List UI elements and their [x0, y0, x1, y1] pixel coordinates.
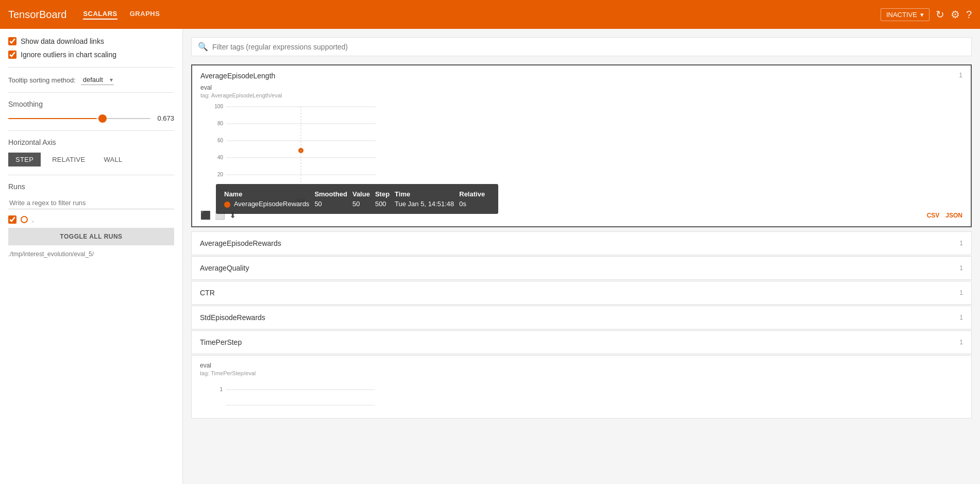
divider-1: [8, 67, 174, 68]
chart-eval-label-1: eval: [200, 84, 962, 91]
tooltip-row-relative: 0s: [459, 199, 490, 209]
svg-text:1: 1: [219, 387, 223, 392]
csv-link[interactable]: CSV: [927, 212, 940, 219]
refresh-icon[interactable]: ↻: [936, 8, 944, 21]
tooltip-header-smoothed: Smoothed: [314, 189, 352, 199]
chart-count-1: 1: [959, 72, 962, 79]
filter-tags-input[interactable]: [212, 43, 965, 51]
filter-bar: 🔍: [191, 37, 972, 56]
tooltip-sort-select[interactable]: default: [81, 75, 114, 85]
dropdown-arrow-icon: ▾: [920, 11, 924, 19]
section-title-time-per-step: TimePerStep: [200, 338, 242, 346]
filter-search-icon: 🔍: [198, 42, 208, 52]
ignore-outliers-checkbox-row[interactable]: Ignore outliers in chart scaling: [8, 51, 174, 59]
options-section: Show data download links Ignore outliers…: [8, 37, 174, 59]
svg-text:60: 60: [217, 138, 224, 143]
chart-tag-1: tag: AverageEpisodeLength/eval: [200, 92, 962, 98]
axis-wall-button[interactable]: WALL: [96, 153, 129, 166]
tooltip-popup: Name Smoothed Value Step Time Relative: [216, 184, 498, 214]
tooltip-header-name: Name: [224, 189, 314, 199]
section-title-avg-ep-rewards: AverageEpisodeRewards: [200, 239, 281, 247]
chart-bottom-tag: tag: TimePerStep/eval: [200, 370, 963, 376]
axis-label: Horizontal Axis: [8, 138, 174, 146]
tooltip-dot-icon: [224, 202, 230, 208]
section-row-std-episode-rewards[interactable]: StdEpisodeRewards 1: [191, 306, 972, 329]
json-link[interactable]: JSON: [945, 212, 962, 219]
tooltip-header-relative: Relative: [459, 189, 490, 199]
tooltip-header-value: Value: [352, 189, 375, 199]
tooltip-row-step: 500: [375, 199, 395, 209]
toggle-all-runs-button[interactable]: TOGGLE ALL RUNS: [8, 228, 174, 245]
chart-section-average-episode-length: 1 AverageEpisodeLength eval tag: Average…: [191, 64, 972, 227]
chart-title-1: AverageEpisodeLength: [200, 72, 275, 80]
tooltip-row-smoothed: 50: [314, 199, 352, 209]
show-download-checkbox[interactable]: [8, 37, 16, 45]
section-row-average-quality[interactable]: AverageQuality 1: [191, 256, 972, 280]
runs-label: Runs: [8, 182, 174, 191]
runs-filter-input[interactable]: [8, 197, 174, 209]
section-title-avg-quality: AverageQuality: [200, 264, 249, 272]
chart-bottom-svg: 1: [200, 379, 380, 410]
topnav-right: INACTIVE ▾ ↻ ⚙ ?: [881, 8, 972, 21]
zoom-in-icon[interactable]: ⬛: [200, 210, 211, 220]
nav-links: SCALARS GRAPHS: [83, 10, 881, 20]
section-row-ctr[interactable]: CTR 1: [191, 281, 972, 305]
chart-svg-container-1: 100 80 60 40 20 0 500: [200, 102, 381, 206]
run-path: ./tmp/interest_evolution/eval_5/: [8, 251, 174, 258]
section-row-average-episode-rewards[interactable]: AverageEpisodeRewards 1: [191, 231, 972, 255]
divider-3: [8, 130, 174, 131]
status-label: INACTIVE: [886, 11, 917, 19]
section-count-std-ep-rewards: 1: [959, 314, 963, 321]
sidebar: Show data download links Ignore outliers…: [0, 29, 183, 484]
show-download-label: Show data download links: [21, 37, 104, 45]
chart-title-row: 1 AverageEpisodeLength: [200, 72, 962, 80]
run-row: .: [8, 215, 174, 224]
tooltip-sort-select-wrap[interactable]: default ▾: [81, 75, 114, 85]
smoothing-row: 0.673: [8, 114, 174, 122]
run-dot-label: .: [32, 216, 34, 224]
ignore-outliers-checkbox[interactable]: [8, 51, 16, 59]
status-dropdown[interactable]: INACTIVE ▾: [881, 8, 930, 21]
tooltip-data-row: AverageEpisodeRewards 50 50 500 Tue Jan …: [224, 199, 490, 209]
divider-2: [8, 92, 174, 93]
tooltip-sort-row: Tooltip sorting method: default ▾: [8, 75, 174, 85]
section-count-ctr: 1: [959, 289, 963, 296]
smoothing-slider[interactable]: [8, 118, 150, 119]
top-nav: TensorBoard SCALARS GRAPHS INACTIVE ▾ ↻ …: [0, 0, 980, 29]
tooltip-row-name: AverageEpisodeRewards: [224, 199, 314, 209]
settings-icon[interactable]: ⚙: [951, 8, 960, 21]
tooltip-row-time: Tue Jan 5, 14:51:48: [395, 199, 459, 209]
svg-text:20: 20: [217, 172, 224, 177]
smoothing-value: 0.673: [156, 114, 174, 122]
help-icon[interactable]: ?: [966, 9, 972, 21]
section-row-time-per-step[interactable]: TimePerStep 1: [191, 330, 972, 354]
smoothing-label: Smoothing: [8, 100, 174, 108]
section-title-ctr: CTR: [200, 289, 215, 297]
svg-text:100: 100: [214, 104, 223, 109]
axis-step-button[interactable]: STEP: [8, 153, 41, 166]
nav-scalars[interactable]: SCALARS: [83, 10, 117, 20]
section-count-time-per-step: 1: [959, 339, 963, 346]
chart-inner-1: eval tag: AverageEpisodeLength/eval 100 …: [200, 84, 962, 220]
axis-buttons: STEP RELATIVE WALL: [8, 153, 174, 166]
section-title-std-ep-rewards: StdEpisodeRewards: [200, 313, 265, 322]
svg-text:40: 40: [217, 155, 224, 160]
nav-graphs[interactable]: GRAPHS: [130, 10, 160, 20]
tooltip-sort-label: Tooltip sorting method:: [8, 76, 76, 84]
chart-bottom-section: eval tag: TimePerStep/eval 1: [191, 355, 972, 419]
chart-bottom-eval-label: eval: [200, 362, 963, 369]
ignore-outliers-label: Ignore outliers in chart scaling: [21, 51, 116, 59]
brand-logo: TensorBoard: [8, 9, 66, 21]
runs-section: Runs . TOGGLE ALL RUNS ./tmp/interest_ev…: [8, 182, 174, 258]
tooltip-row-value: 50: [352, 199, 375, 209]
axis-section: Horizontal Axis STEP RELATIVE WALL: [8, 138, 174, 166]
smoothing-section: Smoothing 0.673: [8, 100, 174, 122]
run-checkbox[interactable]: [8, 215, 16, 224]
tooltip-table: Name Smoothed Value Step Time Relative: [224, 189, 490, 209]
show-download-checkbox-row[interactable]: Show data download links: [8, 37, 174, 45]
svg-text:80: 80: [217, 121, 224, 126]
tooltip-header-time: Time: [395, 189, 459, 199]
section-count-avg-ep-rewards: 1: [959, 240, 963, 247]
axis-relative-button[interactable]: RELATIVE: [45, 153, 92, 166]
tooltip-header-step: Step: [375, 189, 395, 199]
